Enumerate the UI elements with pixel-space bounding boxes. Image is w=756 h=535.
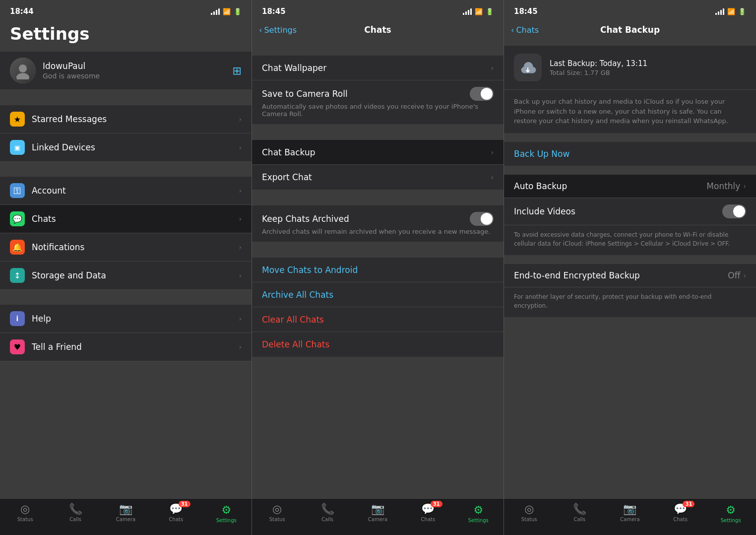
back-button-settings[interactable]: ‹ Settings <box>259 25 297 35</box>
cloud-icon <box>514 54 542 81</box>
tab-settings[interactable]: ⚙ Settings <box>201 503 252 524</box>
backup-now-section: Back Up Now <box>504 142 756 166</box>
tab-status-label-2: Status <box>269 517 285 522</box>
back-label: Settings <box>264 25 297 35</box>
avatar <box>10 58 36 83</box>
profile-subtitle: God is awesome <box>43 72 100 80</box>
keep-archived-row[interactable]: Keep Chats Archived Archived chats will … <box>252 205 504 242</box>
camera-roll-toggle[interactable] <box>470 87 494 101</box>
auto-backup-value: Monthly <box>706 181 740 191</box>
menu-item-account[interactable]: ⚿ Account › <box>0 177 252 205</box>
chevron-icon: › <box>743 182 746 190</box>
chat-wallpaper-label: Chat Wallpaper <box>262 63 491 73</box>
back-chevron: ‹ <box>259 25 262 35</box>
tab-calls-label-2: Calls <box>321 517 333 522</box>
status-bar-3: 18:45 📶 🔋 <box>504 0 756 20</box>
back-up-now-button[interactable]: Back Up Now <box>514 149 569 159</box>
tab-chats-3[interactable]: 💬 31 Chats <box>655 503 706 524</box>
chevron-icon: › <box>491 148 494 156</box>
profile-row[interactable]: IdowuPaul God is awesome ⊞ <box>0 52 252 89</box>
auto-backup-row[interactable]: Auto Backup Monthly › <box>504 175 756 198</box>
keep-archived-sub: Archived chats will remain archived when… <box>262 228 490 235</box>
tab-status-3[interactable]: ◎ Status <box>504 503 555 524</box>
include-videos-toggle[interactable] <box>722 204 746 218</box>
time-2: 18:45 <box>262 7 286 16</box>
menu-item-linked[interactable]: ▣ Linked Devices › <box>0 134 252 162</box>
tab-calls-3[interactable]: 📞 Calls <box>555 503 605 524</box>
back-chevron-3: ‹ <box>511 25 514 35</box>
tab-camera-2[interactable]: 📷 Camera <box>353 503 403 524</box>
chat-backup-row[interactable]: Chat Backup › <box>252 140 504 165</box>
status-tab-icon-2: ◎ <box>272 503 282 515</box>
keep-archived-toggle[interactable] <box>470 212 494 226</box>
export-chat-label: Export Chat <box>262 172 491 182</box>
chats-section-1: Chat Wallpaper › Save to Camera Roll Aut… <box>252 56 504 124</box>
tab-camera-label: Camera <box>116 517 135 522</box>
tab-calls[interactable]: 📞 Calls <box>50 503 100 524</box>
tab-status[interactable]: ◎ Status <box>0 503 50 524</box>
menu-item-help[interactable]: i Help › <box>0 305 252 333</box>
qr-icon[interactable]: ⊞ <box>233 65 242 77</box>
section-gap-4 <box>252 243 504 258</box>
clear-all-row[interactable]: Clear All Chats <box>252 307 504 332</box>
chevron-icon: › <box>491 173 494 181</box>
chevron-icon: › <box>239 315 242 323</box>
camera-roll-sub: Automatically save photos and videos you… <box>262 103 494 118</box>
camera-tab-icon-2: 📷 <box>371 503 384 515</box>
section-divider-3 <box>0 290 252 305</box>
profile-name: IdowuPaul <box>43 61 100 71</box>
menu-item-storage[interactable]: ↕ Storage and Data › <box>0 262 252 290</box>
tab-calls-label: Calls <box>69 517 81 522</box>
svg-point-1 <box>16 73 29 79</box>
tab-chats-2[interactable]: 💬 31 Chats <box>403 503 453 524</box>
data-warning-text: To avoid excessive data charges, connect… <box>514 230 746 248</box>
tab-calls-2[interactable]: 📞 Calls <box>302 503 352 524</box>
chevron-icon: › <box>239 187 242 195</box>
export-chat-row[interactable]: Export Chat › <box>252 165 504 190</box>
delete-all-row[interactable]: Delete All Chats <box>252 332 504 357</box>
move-chats-row[interactable]: Move Chats to Android <box>252 258 504 282</box>
tab-chats-label-2: Chats <box>421 517 436 522</box>
status-icons-1: 📶 🔋 <box>211 8 242 15</box>
wifi-icon-3: 📶 <box>727 8 735 15</box>
include-videos-row[interactable]: Include Videos <box>504 198 756 225</box>
tab-settings-2[interactable]: ⚙ Settings <box>453 503 504 524</box>
nav-title-chats: Chats <box>364 25 391 35</box>
nav-title-backup: Chat Backup <box>600 25 660 35</box>
battery-icon: 🔋 <box>234 8 242 15</box>
settings-tab-icon-2: ⚙ <box>473 504 483 516</box>
tab-camera[interactable]: 📷 Camera <box>101 503 151 524</box>
camera-roll-row[interactable]: Save to Camera Roll Automatically save p… <box>252 80 504 124</box>
status-tab-icon: ◎ <box>20 503 30 515</box>
tab-settings-3[interactable]: ⚙ Settings <box>705 503 756 524</box>
help-icon: i <box>10 311 25 326</box>
signal-icon <box>211 8 220 15</box>
menu-label-account: Account <box>32 186 239 196</box>
menu-item-notifications[interactable]: 🔔 Notifications › <box>0 233 252 262</box>
tab-settings-label-2: Settings <box>468 518 489 523</box>
back-button-chats[interactable]: ‹ Chats <box>511 25 539 35</box>
bottom-tabs-3: ◎ Status 📞 Calls 📷 Camera 💬 31 Chats ⚙ S… <box>504 498 756 535</box>
svg-point-0 <box>19 65 27 72</box>
archive-all-row[interactable]: Archive All Chats <box>252 282 504 307</box>
chat-wallpaper-row[interactable]: Chat Wallpaper › <box>252 56 504 80</box>
calls-tab-icon-2: 📞 <box>321 503 334 515</box>
tab-chats[interactable]: 💬 31 Chats <box>151 503 201 524</box>
auto-backup-label: Auto Backup <box>514 181 706 191</box>
menu-label-chats: Chats <box>32 214 239 224</box>
menu-label-storage: Storage and Data <box>32 270 239 280</box>
chat-backup-label: Chat Backup <box>262 147 491 157</box>
menu-item-friend[interactable]: ♥ Tell a Friend › <box>0 333 252 361</box>
backup-desc-text: Back up your chat history and media to i… <box>514 97 746 126</box>
last-backup-text: Last Backup: Today, 13:11 <box>550 59 647 68</box>
tab-status-2[interactable]: ◎ Status <box>252 503 302 524</box>
battery-icon-2: 🔋 <box>486 8 494 15</box>
backup-info: Last Backup: Today, 13:11 Total Size: 1.… <box>550 59 647 76</box>
keep-archived-label: Keep Chats Archived <box>262 214 470 224</box>
menu-item-starred[interactable]: ★ Starred Messages › <box>0 105 252 134</box>
menu-item-chats[interactable]: 💬 Chats › <box>0 205 252 233</box>
e2e-row[interactable]: End-to-end Encrypted Backup Off › <box>504 264 756 287</box>
linked-icon: ▣ <box>10 140 25 155</box>
tab-camera-3[interactable]: 📷 Camera <box>605 503 655 524</box>
wifi-icon-2: 📶 <box>475 8 483 15</box>
